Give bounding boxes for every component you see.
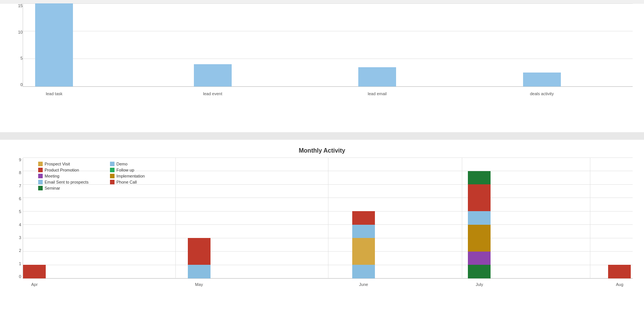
- legend-meeting: Meeting: [38, 174, 106, 178]
- monthly-activity-chart: 0 1 2 3 4 5 6 7 8 9: [11, 158, 633, 294]
- legend-seminar: Seminar: [38, 186, 106, 190]
- phone-call-color: [110, 180, 115, 184]
- bar-segment: [352, 265, 375, 278]
- seminar-color: [38, 186, 43, 190]
- legend-prospect-visit: Prospect Visit: [38, 162, 106, 166]
- bar-fill: [35, 3, 73, 86]
- legend-seminar-label: Seminar: [45, 186, 60, 190]
- legend-email-sent: Email Sent to prospects: [38, 180, 106, 184]
- month-label: Aug: [616, 282, 624, 287]
- bar-segment: [468, 265, 491, 278]
- follow-up-color: [110, 168, 115, 172]
- bar-label: deals activity: [530, 91, 554, 96]
- legend-product-promotion-label: Product Promotion: [45, 168, 79, 172]
- email-sent-color: [38, 180, 43, 184]
- legend-prospect-visit-label: Prospect Visit: [45, 162, 70, 166]
- legend-product-promotion: Product Promotion: [38, 168, 106, 172]
- month-label: June: [359, 282, 368, 287]
- top-bar-lead-email: lead email: [358, 67, 396, 86]
- bar-segment: [468, 184, 491, 211]
- demo-color: [110, 162, 115, 166]
- legend-phone-call-label: Phone Call: [116, 180, 137, 184]
- bar-segment: [352, 225, 375, 238]
- legend-email-sent-label: Email Sent to prospects: [45, 180, 88, 184]
- legend-phone-call: Phone Call: [110, 180, 178, 184]
- meeting-color: [38, 174, 43, 178]
- monthly-legend: Prospect Visit Demo Product Promotion Fo…: [38, 162, 178, 190]
- month-bar-Aug: Aug: [608, 265, 631, 278]
- bar-fill: [194, 64, 232, 86]
- bar-segment: [468, 171, 491, 185]
- monthly-chart-area: Prospect Visit Demo Product Promotion Fo…: [23, 158, 633, 279]
- bar-segment: [352, 211, 375, 225]
- bar-label: lead email: [368, 91, 387, 96]
- prospect-visit-color: [38, 162, 43, 166]
- legend-implementation-label: Implementation: [116, 174, 145, 178]
- monthly-activity-section: Monthly Activity 0 1 2 3 4 5 6 7 8 9: [0, 140, 644, 312]
- stacked-bar: [468, 171, 491, 278]
- month-bar-June: June: [352, 211, 375, 278]
- month-bar-July: July: [468, 171, 491, 278]
- section-divider: [0, 132, 644, 140]
- top-bar-deals-activity: deals activity: [523, 73, 561, 86]
- top-chart-section: 0 5 10 15 lead tasklead eventlead emaild…: [0, 4, 644, 132]
- month-label: May: [195, 282, 203, 287]
- stacked-bar: [608, 265, 631, 278]
- month-bar-May: May: [188, 238, 211, 278]
- bar-segment: [468, 225, 491, 252]
- bar-segment: [468, 211, 491, 225]
- month-label: Apr: [31, 282, 37, 287]
- legend-implementation: Implementation: [110, 174, 178, 178]
- stacked-bar: [23, 265, 46, 278]
- bar-label: lead task: [46, 91, 62, 96]
- month-bar-Apr: Apr: [23, 265, 46, 278]
- bar-fill: [523, 73, 561, 86]
- top-bar-lead-task: lead task: [35, 3, 73, 86]
- bar-segment: [188, 265, 211, 278]
- legend-demo: Demo: [110, 162, 178, 166]
- top-y-axis: 0 5 10 15: [11, 4, 23, 87]
- legend-follow-up-label: Follow up: [116, 168, 134, 172]
- bar-segment: [188, 238, 211, 265]
- top-chart-area: lead tasklead eventlead emaildeals activ…: [23, 4, 633, 87]
- monthly-y-axis: 0 1 2 3 4 5 6 7 8 9: [11, 158, 23, 279]
- bar-segment: [468, 252, 491, 265]
- stacked-bar: [352, 211, 375, 278]
- bar-label: lead event: [203, 91, 222, 96]
- legend-follow-up: Follow up: [110, 168, 178, 172]
- implementation-color: [110, 174, 115, 178]
- stacked-bar: [188, 238, 211, 278]
- top-bar-chart: 0 5 10 15 lead tasklead eventlead emaild…: [11, 4, 633, 102]
- monthly-chart-title: Monthly Activity: [11, 147, 633, 154]
- bar-segment: [23, 265, 46, 278]
- product-promotion-color: [38, 168, 43, 172]
- bar-segment: [608, 265, 631, 278]
- legend-demo-label: Demo: [116, 162, 127, 166]
- month-label: July: [476, 282, 483, 287]
- bar-fill: [358, 67, 396, 86]
- legend-meeting-label: Meeting: [45, 174, 59, 178]
- bar-segment: [352, 238, 375, 265]
- top-bar-lead-event: lead event: [194, 64, 232, 86]
